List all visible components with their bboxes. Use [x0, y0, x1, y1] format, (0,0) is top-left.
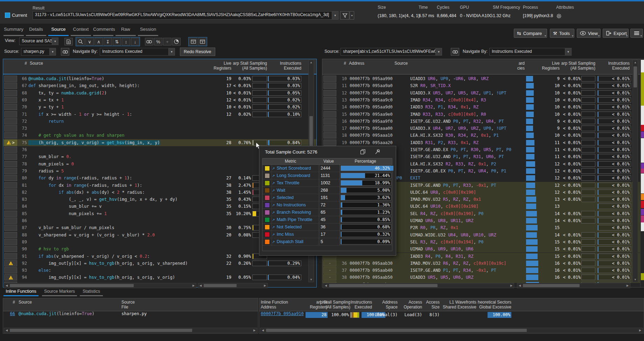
sass-row-18[interactable]: 1800007f7b 095aaa10LEA.HI.X.SX32 R30, R3…	[322, 132, 644, 139]
column-split-icon[interactable]	[198, 38, 206, 45]
column-header-source[interactable]: Source	[394, 61, 408, 66]
heatmap-pie-icon[interactable]	[172, 38, 181, 45]
row-marker-cell[interactable]	[323, 97, 336, 103]
sort-descending-icon[interactable]: ↕	[122, 38, 130, 45]
row-marker-cell[interactable]	[323, 111, 336, 118]
metric-link[interactable]: ↗Math Pipe Throttle	[272, 216, 319, 223]
right-source-hscrollbar[interactable]: ◀▶	[323, 283, 514, 288]
row-marker-cell[interactable]	[4, 239, 17, 245]
gear-icon[interactable]	[556, 15, 562, 20]
chevron-down-icon[interactable]: ▾	[49, 48, 56, 55]
tab-summary[interactable]: Summary	[4, 27, 24, 36]
chevron-down-icon[interactable]: ∨	[85, 38, 94, 45]
row-marker-cell[interactable]	[4, 104, 17, 110]
tab-session[interactable]: Session	[138, 27, 158, 36]
row-marker-cell[interactable]	[4, 274, 17, 280]
bottom-left-hscrollbar[interactable]: ◀▶	[4, 328, 257, 333]
row-marker-cell[interactable]	[4, 90, 17, 96]
bottom-tab-inline-functions[interactable]: Inline Functions	[4, 289, 38, 296]
row-marker-cell[interactable]	[4, 203, 17, 209]
scroll-heatmap-strip[interactable]	[640, 59, 644, 287]
row-marker-cell[interactable]	[4, 147, 17, 153]
sass-row-13[interactable]: 1300007f7b 095aa9c0IMAD R34, R34, c[0x0]…	[322, 97, 644, 104]
copy-icon[interactable]	[360, 149, 366, 156]
sass-row-12[interactable]: 1200007f7b 095aa9b0UIADD3.X UR5, UR7, UR…	[322, 90, 644, 97]
source-row-93[interactable]: 93 else:	[3, 267, 316, 274]
source-row-92[interactable]: 92 img_out[y][x] = hsv_to_rgb(h_orig, s_…	[3, 260, 316, 267]
row-marker-cell[interactable]	[323, 132, 336, 138]
chevron-up-icon[interactable]: ∧	[94, 38, 103, 45]
metric-link[interactable]: ↗Branch Resolving	[272, 209, 319, 216]
row-marker-cell[interactable]	[4, 161, 17, 167]
metric-link[interactable]: ↗Imc Miss	[272, 231, 319, 238]
current-result-checkbox[interactable]	[5, 13, 10, 18]
row-marker-cell[interactable]	[323, 125, 336, 132]
tab-source[interactable]: Source	[48, 27, 69, 36]
line-link[interactable]: 66	[8, 311, 15, 316]
row-marker-cell[interactable]	[4, 118, 17, 125]
source-row-67[interactable]: 67def sharpen(img_in, img_out, width, he…	[3, 82, 316, 89]
tab-raw[interactable]: Raw	[115, 27, 136, 36]
more-menu-button[interactable]: ▾	[630, 29, 643, 38]
metric-link[interactable]: ↗Dispatch Stall	[272, 238, 319, 245]
row-marker-cell[interactable]: ·	[323, 274, 336, 280]
row-marker-cell[interactable]	[4, 154, 17, 160]
row-marker-cell[interactable]	[4, 246, 17, 252]
redo-resolve-button[interactable]: Redo Resolve	[180, 48, 215, 56]
source-row-71[interactable]: 71 if x >= width - 1 or y >= height - 1:…	[3, 111, 316, 118]
source-row-69[interactable]: 69 x = tx + 112< 0.01%0.02%	[3, 97, 316, 104]
column-header-address[interactable]: Address	[349, 61, 364, 66]
row-marker-cell[interactable]: >	[4, 140, 17, 146]
source-row-74[interactable]: 74 # get rgb value as hsv and sharpen	[3, 132, 316, 139]
column-header-line[interactable]: #	[21, 61, 27, 66]
plus-icon[interactable]: +	[163, 38, 172, 45]
row-marker-cell[interactable]	[4, 111, 17, 118]
source-row-66[interactable]: 66@numba.cuda.jit(lineinfo=True)190.03%0…	[3, 75, 316, 82]
compare-button[interactable]: ⇆Compare▾	[514, 29, 547, 38]
row-marker-cell[interactable]	[323, 76, 336, 82]
filter-button[interactable]	[340, 11, 349, 20]
row-marker-cell[interactable]	[4, 267, 17, 273]
metric-link[interactable]: ↗Tex Throttle	[272, 179, 319, 186]
column-header-line[interactable]: #	[341, 61, 346, 66]
chevron-down-icon[interactable]: ▾	[332, 12, 338, 19]
row-marker-cell[interactable]: ·	[323, 267, 336, 273]
export-button[interactable]: Export▾	[603, 29, 629, 38]
jump-down-icon[interactable]: ↓	[131, 38, 139, 45]
row-marker-cell[interactable]	[323, 104, 336, 110]
row-marker-cell[interactable]	[4, 97, 17, 103]
chevron-down-icon[interactable]: ▾	[435, 48, 442, 55]
row-marker-cell[interactable]	[4, 232, 17, 238]
link-panes-icon[interactable]	[61, 48, 69, 56]
bottom-tab-statistics[interactable]: Statistics	[80, 289, 103, 296]
paste-source-icon[interactable]	[64, 38, 73, 45]
column-header-source[interactable]: Source	[19, 300, 32, 305]
column-header-line[interactable]: #	[8, 300, 15, 305]
source-row-68[interactable]: 68 tx, ty = numba.cuda.grid(2)10< 0.01%0…	[3, 90, 316, 97]
right-vscrollbar[interactable]: ▲▼	[632, 60, 638, 282]
chevron-down-icon[interactable]: ▾	[52, 38, 58, 45]
tools-button[interactable]: ⚒Tools▾	[550, 29, 574, 38]
source-row-70[interactable]: 70 y = ty + 110< 0.01%0.02%	[3, 104, 316, 111]
right-metrics-hscrollbar[interactable]: ◀▶	[517, 283, 630, 288]
column-header-instructions-executed[interactable]: InstructionsExecuted	[583, 61, 630, 71]
column-header-hazard-truncated[interactable]: ardcies	[504, 61, 525, 71]
metric-link[interactable]: ↗Short Scoreboard	[272, 165, 319, 172]
source-row-72[interactable]: 72 return	[3, 118, 316, 125]
right-navigate-dropdown[interactable]: Instructions Executed ▾	[489, 48, 572, 56]
column-header-source-file[interactable]: SourceFile	[121, 300, 135, 310]
row-marker-cell[interactable]	[4, 182, 17, 189]
sort-ascending-icon[interactable]: ⇅	[113, 38, 121, 45]
row-marker-cell[interactable]	[4, 132, 17, 138]
sass-row-14[interactable]: 1400007f7b 095aa9d0IADD3 R32, P1, R34, 0…	[322, 104, 644, 111]
row-marker-cell[interactable]	[323, 140, 336, 146]
source-row-73[interactable]: 73	[3, 125, 316, 132]
sass-row-19[interactable]: 1900007f7b 095aaa20IADD3 R31, P2, R33, 0…	[322, 139, 644, 146]
column-header-instructions-executed[interactable]: InstructionsExecuted	[250, 61, 301, 71]
row-marker-cell[interactable]	[323, 90, 336, 96]
tab-context[interactable]: Context	[71, 27, 91, 36]
bottom-tab-source-markers[interactable]: Source Markers	[42, 289, 77, 296]
left-metrics-hscrollbar[interactable]: ◀▶	[198, 283, 268, 288]
pin-icon[interactable]	[375, 149, 380, 156]
row-marker-cell[interactable]	[4, 189, 17, 196]
